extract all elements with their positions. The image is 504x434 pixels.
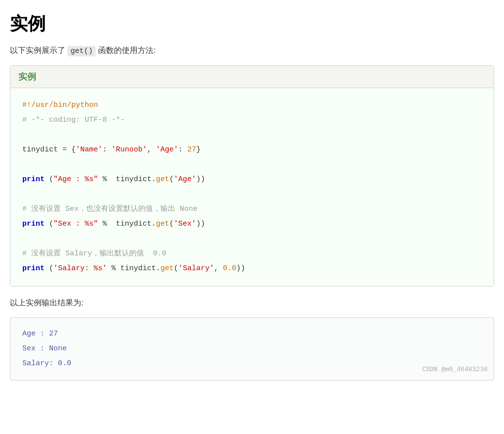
intro-paragraph: 以下实例展示了 get() 函数的使用方法: — [10, 44, 494, 57]
code-line-print-sex: print ("Sex : %s" % tinydict.get('Sex')) — [22, 217, 482, 232]
intro-before: 以下实例展示了 — [10, 46, 67, 54]
code-blank-1 — [22, 128, 482, 143]
example-box: 实例 #!/usr/bin/python # -*- coding: UTF-8… — [10, 65, 494, 287]
code-line-coding: # -*- coding: UTF-8 -*- — [22, 113, 482, 128]
output-box: Age : 27 Sex : None Salary: 0.0 CSDN @m0… — [10, 317, 494, 381]
code-blank-4 — [22, 232, 482, 246]
inline-code-get: get() — [67, 46, 96, 56]
example-header-label: 实例 — [18, 72, 36, 82]
code-line-print-salary: print ('Salary: %s' % tinydict.get('Sala… — [22, 261, 482, 276]
code-block: #!/usr/bin/python # -*- coding: UTF-8 -*… — [10, 88, 494, 286]
example-header: 实例 — [10, 66, 494, 88]
watermark: CSDN @m0_46483236 — [422, 363, 488, 376]
output-line-age: Age : 27 — [22, 327, 482, 341]
code-blank-3 — [22, 187, 482, 202]
code-line-comment-salary: # 没有设置 Salary，输出默认的值 0.0 — [22, 246, 482, 261]
output-line-salary: Salary: 0.0 — [22, 356, 482, 371]
code-line-shebang: #!/usr/bin/python — [22, 98, 482, 113]
page-title: 实例 — [10, 12, 494, 36]
output-line-sex: Sex : None — [22, 341, 482, 356]
code-line-tinydict: tinydict = {'Name': 'Runoob', 'Age': 27} — [22, 143, 482, 157]
code-line-comment-sex: # 没有设置 Sex，也没有设置默认的值，输出 None — [22, 202, 482, 217]
code-line-print-age: print ("Age : %s" % tinydict.get('Age')) — [22, 172, 482, 187]
output-intro: 以上实例输出结果为: — [10, 296, 494, 309]
intro-after: 函数的使用方法: — [96, 46, 155, 54]
code-blank-2 — [22, 157, 482, 172]
